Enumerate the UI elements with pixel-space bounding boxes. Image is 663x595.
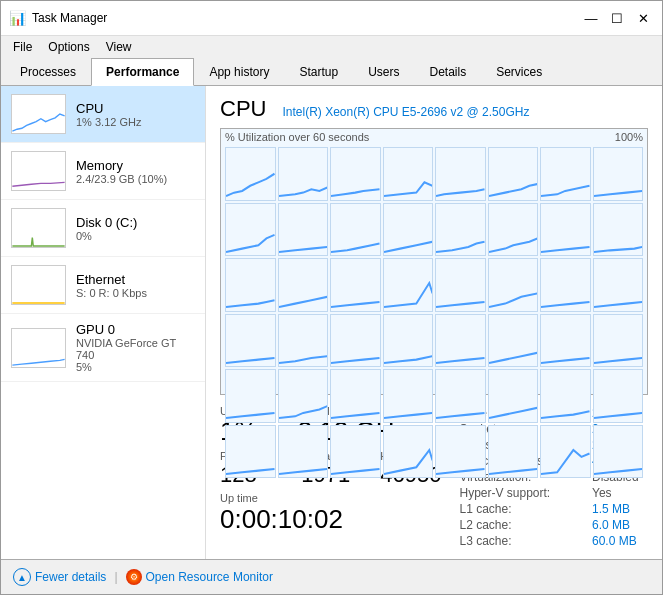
core-cell-45 [435,425,486,479]
sidebar-info-ethernet: Ethernet S: 0 R: 0 Kbps [76,272,147,299]
core-cell-41 [225,425,276,479]
sidebar-disk-detail: 0% [76,230,137,242]
tab-startup[interactable]: Startup [284,58,353,86]
core-cell-23 [540,258,591,312]
sidebar-item-gpu[interactable]: GPU 0 NVIDIA GeForce GT 740 5% [1,314,205,382]
core-cell-20 [383,258,434,312]
uptime-stat: Up time 0:00:10:02 [220,492,442,535]
open-resource-monitor-button[interactable]: ⚙ Open Resource Monitor [126,569,273,585]
tab-performance[interactable]: Performance [91,58,194,86]
detail-label-hyperv: Hyper-V support: [458,485,591,501]
core-cell-48 [593,425,644,479]
core-cell-42 [278,425,329,479]
open-rm-label: Open Resource Monitor [146,570,273,584]
menu-options[interactable]: Options [40,38,97,56]
chevron-up-icon: ▲ [13,568,31,586]
detail-row-l3: L3 cache: 60.0 MB [458,533,658,549]
sidebar-item-disk[interactable]: Disk 0 (C:) 0% [1,200,205,257]
sidebar-ethernet-name: Ethernet [76,272,147,287]
sidebar-gpu-name: GPU 0 [76,322,195,337]
title-bar: 📊 Task Manager — ☐ ✕ [1,1,662,36]
sidebar-graph-ethernet [11,265,66,305]
fewer-details-label: Fewer details [35,570,106,584]
core-cell-15 [540,203,591,257]
core-cell-27 [330,314,381,368]
core-cell-7 [540,147,591,201]
sidebar-info-gpu: GPU 0 NVIDIA GeForce GT 740 5% [76,322,195,373]
minimize-button[interactable]: — [580,7,602,29]
core-cell-12 [383,203,434,257]
sidebar: CPU 1% 3.12 GHz Memory 2.4/23.9 GB (10%) [1,86,206,559]
core-cell-44 [383,425,434,479]
task-manager-window: 📊 Task Manager — ☐ ✕ File Options View P… [0,0,663,595]
menu-view[interactable]: View [98,38,140,56]
core-cell-46 [488,425,539,479]
core-cell-17 [225,258,276,312]
tab-processes[interactable]: Processes [5,58,91,86]
detail-value-l2: 6.0 MB [590,517,658,533]
sidebar-memory-name: Memory [76,158,167,173]
graph-utilization-label: % Utilization over 60 seconds [225,131,369,143]
core-cell-24 [593,258,644,312]
core-cell-13 [435,203,486,257]
core-cell-16 [593,203,644,257]
detail-label-l3: L3 cache: [458,533,591,549]
sidebar-cpu-name: CPU [76,101,141,116]
core-cell-28 [383,314,434,368]
tab-services[interactable]: Services [481,58,557,86]
sidebar-disk-name: Disk 0 (C:) [76,215,137,230]
detail-label-l2: L2 cache: [458,517,591,533]
main-content: CPU 1% 3.12 GHz Memory 2.4/23.9 GB (10%) [1,86,662,559]
sidebar-ethernet-detail: S: 0 R: 0 Kbps [76,287,147,299]
core-cell-35 [330,369,381,423]
window-title: Task Manager [32,11,107,25]
maximize-button[interactable]: ☐ [606,7,628,29]
core-cell-14 [488,203,539,257]
core-cell-4 [383,147,434,201]
tab-users[interactable]: Users [353,58,414,86]
fewer-details-button[interactable]: ▲ Fewer details [13,568,106,586]
sidebar-item-memory[interactable]: Memory 2.4/23.9 GB (10%) [1,143,205,200]
core-cell-39 [540,369,591,423]
core-cell-34 [278,369,329,423]
detail-value-hyperv: Yes [590,485,658,501]
sidebar-graph-gpu [11,328,66,368]
separator: | [114,570,117,584]
detail-value-l1: 1.5 MB [590,501,658,517]
sidebar-cpu-detail: 1% 3.12 GHz [76,116,141,128]
graph-max-label: 100% [615,131,643,143]
core-cell-19 [330,258,381,312]
core-cell-37 [435,369,486,423]
cpu-title: CPU [220,96,266,122]
sidebar-graph-disk [11,208,66,248]
sidebar-memory-detail: 2.4/23.9 GB (10%) [76,173,167,185]
menu-file[interactable]: File [5,38,40,56]
core-cell-22 [488,258,539,312]
sidebar-info-disk: Disk 0 (C:) 0% [76,215,137,242]
close-button[interactable]: ✕ [632,7,654,29]
sidebar-graph-memory [11,151,66,191]
tab-app-history[interactable]: App history [194,58,284,86]
sidebar-graph-cpu [11,94,66,134]
core-cell-36 [383,369,434,423]
core-cell-1 [225,147,276,201]
core-cell-8 [593,147,644,201]
core-cell-3 [330,147,381,201]
sidebar-gpu-detail: NVIDIA GeForce GT 740 [76,337,195,361]
core-cell-38 [488,369,539,423]
sidebar-item-cpu[interactable]: CPU 1% 3.12 GHz [1,86,205,143]
sidebar-info-cpu: CPU 1% 3.12 GHz [76,101,141,128]
sidebar-item-ethernet[interactable]: Ethernet S: 0 R: 0 Kbps [1,257,205,314]
uptime-label: Up time [220,492,442,504]
tab-details[interactable]: Details [414,58,481,86]
uptime-value: 0:00:10:02 [220,504,442,535]
core-cell-47 [540,425,591,479]
menu-bar: File Options View [1,36,662,58]
title-left: 📊 Task Manager [9,10,107,26]
cores-grid [221,129,647,482]
bottom-bar: ▲ Fewer details | ⚙ Open Resource Monito… [1,559,662,594]
core-cell-10 [278,203,329,257]
cpu-model: Intel(R) Xeon(R) CPU E5-2696 v2 @ 2.50GH… [282,105,529,119]
core-cell-43 [330,425,381,479]
tab-bar: Processes Performance App history Startu… [1,58,662,86]
